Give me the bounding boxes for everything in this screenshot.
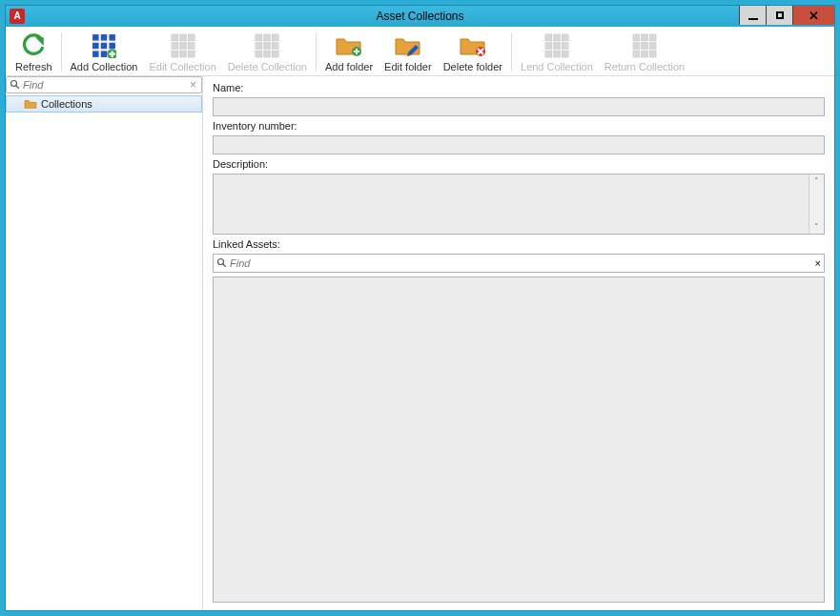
delete-collection-icon bbox=[254, 32, 280, 59]
edit-folder-icon bbox=[395, 32, 421, 59]
minimize-button[interactable] bbox=[739, 6, 766, 25]
description-scrollbar[interactable]: ˄ ˅ bbox=[809, 175, 824, 234]
scroll-up-icon[interactable]: ˄ bbox=[814, 175, 819, 188]
delete-folder-button[interactable]: Delete folder bbox=[438, 29, 508, 75]
window-title: Asset Collections bbox=[6, 10, 834, 23]
svg-rect-30 bbox=[554, 34, 561, 41]
svg-rect-18 bbox=[256, 34, 262, 41]
svg-rect-0 bbox=[92, 34, 99, 41]
maximize-button[interactable] bbox=[766, 6, 792, 25]
toolbar-separator bbox=[316, 32, 317, 72]
toolbar-separator bbox=[61, 32, 62, 72]
svg-rect-32 bbox=[545, 43, 552, 50]
svg-rect-23 bbox=[273, 43, 279, 50]
linked-assets-label: Linked Assets: bbox=[213, 238, 825, 250]
refresh-button[interactable]: Refresh bbox=[10, 29, 58, 75]
sidebar-search-input[interactable] bbox=[21, 79, 188, 91]
delete-folder-icon bbox=[460, 32, 486, 59]
search-icon bbox=[216, 257, 228, 269]
titlebar: A Asset Collections ✕ bbox=[6, 6, 834, 27]
svg-rect-39 bbox=[642, 34, 648, 41]
collections-tree[interactable]: Collections bbox=[6, 93, 202, 610]
add-collection-label: Add Collection bbox=[71, 61, 138, 72]
app-icon: A bbox=[10, 9, 25, 24]
svg-rect-13 bbox=[179, 43, 186, 50]
maximize-icon bbox=[776, 11, 784, 19]
svg-rect-40 bbox=[649, 34, 656, 41]
scroll-down-icon[interactable]: ˅ bbox=[814, 220, 819, 234]
add-folder-icon bbox=[336, 32, 362, 59]
window-controls: ✕ bbox=[739, 6, 834, 25]
svg-rect-5 bbox=[109, 43, 115, 50]
add-folder-button[interactable]: Add folder bbox=[319, 29, 379, 75]
svg-rect-6 bbox=[92, 51, 99, 57]
close-button[interactable]: ✕ bbox=[792, 6, 834, 25]
return-collection-icon bbox=[631, 32, 658, 59]
sidebar: × Collections bbox=[6, 76, 203, 610]
svg-rect-46 bbox=[649, 51, 656, 57]
edit-folder-label: Edit folder bbox=[384, 61, 432, 72]
inventory-number-input[interactable] bbox=[213, 135, 825, 154]
toolbar-separator bbox=[511, 32, 512, 72]
linked-assets-list[interactable] bbox=[213, 277, 825, 603]
svg-line-50 bbox=[223, 264, 226, 267]
svg-rect-37 bbox=[562, 51, 568, 57]
close-icon: ✕ bbox=[809, 9, 819, 23]
details-panel: Name: Inventory number: Description: ˄ ˅… bbox=[203, 76, 834, 610]
return-collection-button: Return Collection bbox=[599, 29, 690, 75]
description-label: Description: bbox=[213, 158, 825, 170]
tree-root-collections[interactable]: Collections bbox=[6, 95, 202, 113]
svg-rect-3 bbox=[92, 43, 99, 50]
svg-rect-12 bbox=[172, 43, 178, 50]
svg-rect-34 bbox=[562, 43, 568, 50]
refresh-icon bbox=[20, 32, 47, 59]
add-collection-icon bbox=[91, 32, 117, 59]
svg-rect-1 bbox=[101, 34, 108, 41]
svg-line-48 bbox=[16, 86, 19, 89]
clear-search-icon[interactable]: × bbox=[188, 78, 198, 92]
svg-rect-21 bbox=[256, 43, 262, 50]
return-collection-label: Return Collection bbox=[604, 61, 685, 72]
svg-rect-43 bbox=[649, 43, 656, 50]
lend-collection-button: Lend Collection bbox=[515, 29, 599, 75]
svg-rect-38 bbox=[633, 34, 640, 41]
lend-collection-label: Lend Collection bbox=[521, 61, 593, 72]
lend-collection-icon bbox=[543, 32, 570, 59]
svg-rect-35 bbox=[545, 51, 552, 57]
inventory-number-label: Inventory number: bbox=[213, 120, 825, 132]
svg-rect-7 bbox=[101, 51, 108, 57]
delete-collection-button: Delete Collection bbox=[222, 29, 313, 75]
svg-rect-20 bbox=[273, 34, 279, 41]
content-area: × Collections Name: Inventory number: De… bbox=[6, 76, 834, 610]
svg-rect-17 bbox=[188, 51, 195, 57]
linked-assets-search-input[interactable] bbox=[228, 257, 815, 269]
svg-rect-14 bbox=[188, 43, 195, 50]
svg-rect-10 bbox=[179, 34, 186, 41]
edit-folder-button[interactable]: Edit folder bbox=[379, 29, 438, 75]
add-collection-button[interactable]: Add Collection bbox=[65, 29, 144, 75]
toolbar: Refresh Add Collection bbox=[6, 27, 834, 76]
delete-collection-label: Delete Collection bbox=[228, 61, 307, 72]
clear-search-icon[interactable]: × bbox=[815, 257, 821, 269]
svg-rect-22 bbox=[264, 43, 271, 50]
tree-root-label: Collections bbox=[41, 98, 92, 110]
name-input[interactable] bbox=[213, 97, 825, 116]
svg-rect-9 bbox=[172, 34, 178, 41]
sidebar-search[interactable]: × bbox=[6, 76, 202, 93]
edit-collection-icon bbox=[170, 32, 196, 59]
svg-point-49 bbox=[218, 259, 224, 265]
svg-rect-44 bbox=[633, 51, 640, 57]
name-label: Name: bbox=[213, 82, 825, 93]
window-frame: A Asset Collections ✕ Refresh bbox=[5, 5, 835, 611]
folder-icon bbox=[24, 98, 37, 110]
edit-collection-label: Edit Collection bbox=[149, 61, 215, 72]
minimize-icon bbox=[748, 18, 758, 20]
add-folder-label: Add folder bbox=[325, 61, 373, 72]
description-input[interactable]: ˄ ˅ bbox=[213, 174, 825, 235]
search-icon bbox=[10, 79, 21, 91]
svg-rect-33 bbox=[554, 43, 561, 50]
svg-rect-42 bbox=[642, 43, 648, 50]
linked-assets-search[interactable]: × bbox=[213, 254, 825, 273]
svg-rect-29 bbox=[545, 34, 552, 41]
svg-rect-41 bbox=[633, 43, 640, 50]
